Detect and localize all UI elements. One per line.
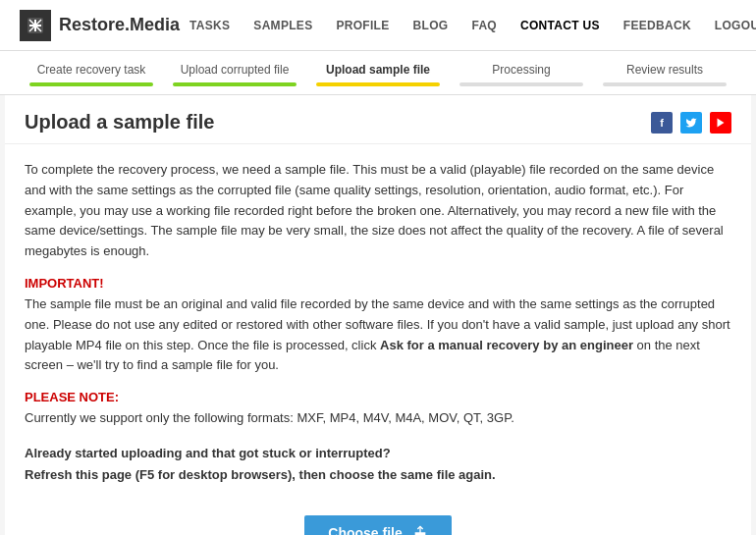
step-line-5	[603, 82, 727, 86]
stuck-line2: Refresh this page (F5 for desktop browse…	[25, 464, 731, 486]
important-text: The sample file must be an original and …	[25, 294, 731, 376]
step-line-4	[459, 82, 583, 86]
nav-blog[interactable]: BLOG	[404, 13, 459, 38]
stuck-section: Already started uploading and that got s…	[25, 443, 731, 486]
choose-file-button[interactable]: Choose file	[304, 515, 451, 535]
header: Restore.Media TASKS SAMPLES PROFILE BLOG…	[0, 0, 756, 51]
nav-profile[interactable]: PROFILE	[326, 13, 399, 38]
step-upload-sample[interactable]: Upload sample file	[306, 63, 450, 94]
social-icons: f	[651, 112, 731, 134]
nav-faq[interactable]: FAQ	[461, 13, 507, 38]
twitter-icon[interactable]	[680, 112, 702, 134]
manual-recovery-link[interactable]: Ask for a manual recovery by an engineer	[380, 338, 633, 352]
upload-icon	[412, 525, 428, 535]
facebook-icon[interactable]: f	[651, 112, 673, 134]
nav-tasks[interactable]: TASKS	[180, 13, 240, 38]
nav: TASKS SAMPLES PROFILE BLOG FAQ CONTACT U…	[180, 13, 756, 38]
logo-area: Restore.Media	[20, 10, 180, 41]
step-create-recovery[interactable]: Create recovery task	[20, 63, 163, 94]
nav-logout[interactable]: LOGOUT	[705, 13, 756, 38]
youtube-icon[interactable]	[710, 112, 731, 134]
step-review[interactable]: Review results	[593, 63, 736, 94]
nav-contact[interactable]: CONTACT US	[511, 13, 610, 38]
important-label: IMPORTANT!	[25, 276, 731, 291]
note-section: PLEASE NOTE: Currently we support only t…	[25, 390, 731, 429]
note-text: Currently we support only the following …	[25, 408, 731, 429]
logo-text: Restore.Media	[59, 15, 180, 35]
stuck-line1: Already started uploading and that got s…	[25, 443, 731, 464]
choose-file-area: Choose file	[25, 506, 731, 535]
step-processing[interactable]: Processing	[450, 63, 593, 94]
logo-icon	[20, 10, 51, 41]
nav-feedback[interactable]: FEEDBACK	[614, 13, 701, 38]
nav-samples[interactable]: SAMPLES	[243, 13, 322, 38]
steps-bar: Create recovery task Upload corrupted fi…	[0, 51, 756, 95]
page-header: Upload a sample file f	[5, 95, 751, 144]
step-upload-corrupted[interactable]: Upload corrupted file	[163, 63, 306, 94]
step-line-2	[173, 82, 297, 86]
content-body: To complete the recovery process, we nee…	[5, 144, 751, 535]
important-section: IMPORTANT! The sample file must be an or…	[25, 276, 731, 376]
main-content: Upload a sample file f To complete the r…	[5, 95, 751, 535]
page-title: Upload a sample file	[25, 111, 214, 134]
choose-file-label: Choose file	[328, 525, 402, 535]
step-line-1	[29, 82, 153, 86]
svg-marker-5	[718, 118, 725, 127]
step-line-3	[316, 82, 440, 86]
description-text: To complete the recovery process, we nee…	[25, 160, 731, 262]
note-label: PLEASE NOTE:	[25, 390, 731, 404]
